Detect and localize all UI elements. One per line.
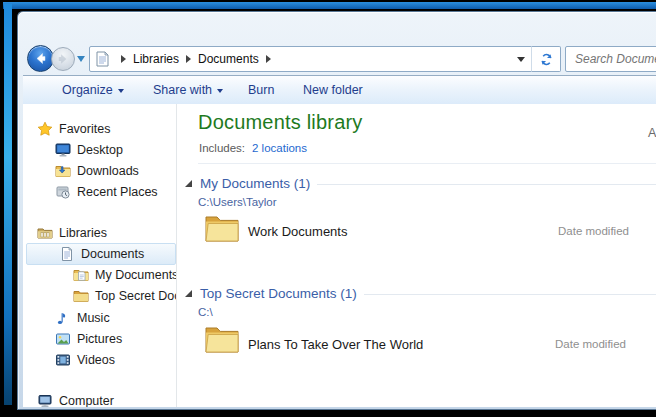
sidebar-item-label: Favorites xyxy=(59,122,110,136)
share-with-button[interactable]: Share with xyxy=(153,76,223,104)
recent-places-icon xyxy=(55,184,73,200)
folder-icon[interactable] xyxy=(204,323,240,358)
libraries-icon xyxy=(37,225,55,241)
address-bar[interactable]: Libraries Documents xyxy=(89,46,533,72)
back-button[interactable] xyxy=(27,45,54,72)
documents-library-icon xyxy=(59,246,77,262)
group-header-line xyxy=(364,294,656,295)
breadcrumb-item-documents[interactable]: Documents xyxy=(198,52,259,66)
file-name[interactable]: Work Documents xyxy=(248,224,347,239)
library-includes: Includes:2 locations xyxy=(199,142,307,154)
desktop-icon xyxy=(55,142,73,158)
folder-icon xyxy=(73,288,91,304)
client-area: Organize Share with Burn New folder xyxy=(23,75,656,407)
chevron-down-icon xyxy=(118,89,124,93)
forward-button[interactable] xyxy=(51,47,75,71)
sidebar-item-pictures[interactable]: Pictures xyxy=(55,329,176,349)
music-icon xyxy=(55,310,73,326)
file-list-pane: Documents library Includes:2 locations A… xyxy=(177,104,656,407)
file-name[interactable]: Plans To Take Over The World xyxy=(248,337,423,352)
group-header-label[interactable]: Top Secret Documents (1) xyxy=(200,286,357,301)
forward-arrow-icon xyxy=(55,51,71,67)
address-dropdown-icon[interactable] xyxy=(517,57,525,62)
command-bar: Organize Share with Burn New folder xyxy=(23,76,656,105)
date-modified-label: Date modified xyxy=(555,338,626,350)
library-title: Documents library xyxy=(198,111,363,134)
chevron-down-icon xyxy=(217,89,223,93)
group-collapse-icon[interactable] xyxy=(184,289,193,298)
new-folder-button[interactable]: New folder xyxy=(303,76,363,104)
header-separator xyxy=(198,163,656,164)
sidebar-item-label: Downloads xyxy=(77,164,139,178)
share-with-label: Share with xyxy=(153,83,212,97)
group-header-line xyxy=(317,184,656,185)
organize-button[interactable]: Organize xyxy=(62,76,124,104)
group-header-my-documents[interactable]: My Documents (1) xyxy=(184,176,656,191)
organize-label: Organize xyxy=(62,83,113,97)
group-header-top-secret-documents[interactable]: Top Secret Documents (1) xyxy=(184,286,656,301)
refresh-icon xyxy=(539,52,554,67)
sidebar-item-libraries[interactable]: Libraries xyxy=(37,223,176,243)
computer-icon xyxy=(37,393,55,407)
includes-label: Includes: xyxy=(199,142,245,154)
sidebar-item-label: Computer xyxy=(59,394,114,407)
back-arrow-icon xyxy=(32,50,49,67)
star-icon xyxy=(37,121,55,137)
location-document-icon xyxy=(95,51,110,67)
desktop-edge-top xyxy=(3,2,656,9)
sidebar-item-label: Recent Places xyxy=(77,185,158,199)
sidebar-item-label: Videos xyxy=(77,353,115,367)
sidebar-item-label: Documents xyxy=(81,247,144,261)
folder-documents-icon xyxy=(73,267,91,283)
date-modified-label: Date modified xyxy=(558,225,629,237)
group-path: C:\Users\Taylor xyxy=(198,196,277,208)
downloads-icon xyxy=(55,163,73,179)
sidebar-item-computer[interactable]: Computer xyxy=(37,391,176,407)
search-box[interactable] xyxy=(565,46,656,72)
group-header-label[interactable]: My Documents (1) xyxy=(200,176,310,191)
sidebar-item-label: Top Secret Documents xyxy=(95,289,176,303)
arrange-by-label[interactable]: A xyxy=(648,126,656,140)
group-path: C:\ xyxy=(198,306,213,318)
breadcrumb-item-libraries[interactable]: Libraries xyxy=(133,52,179,66)
sidebar-item-label: Music xyxy=(77,311,110,325)
refresh-button[interactable] xyxy=(531,46,561,72)
group-collapse-icon[interactable] xyxy=(184,179,193,188)
breadcrumb-arrow-icon[interactable] xyxy=(266,55,271,63)
folder-icon[interactable] xyxy=(204,212,240,247)
sidebar-item-desktop[interactable]: Desktop xyxy=(55,140,176,160)
sidebar-item-music[interactable]: Music xyxy=(55,308,176,328)
sidebar-item-documents[interactable]: Documents xyxy=(26,243,176,265)
locations-link[interactable]: 2 locations xyxy=(252,142,307,154)
sidebar-item-downloads[interactable]: Downloads xyxy=(55,161,176,181)
burn-button[interactable]: Burn xyxy=(248,76,274,104)
explorer-window: Libraries Documents Organize xyxy=(17,11,656,410)
desktop-edge-left xyxy=(4,4,12,405)
breadcrumb-arrow-icon[interactable] xyxy=(186,55,191,63)
sidebar-item-top-secret-documents[interactable]: Top Secret Documents xyxy=(73,286,176,306)
sidebar-item-recent-places[interactable]: Recent Places xyxy=(55,182,176,202)
sidebar-item-label: Libraries xyxy=(59,226,107,240)
navigation-pane: Favorites Desktop Downloads Recent Place… xyxy=(23,104,176,407)
burn-label: Burn xyxy=(248,83,274,97)
screenshot-root: Libraries Documents Organize xyxy=(0,0,656,417)
history-dropdown-icon[interactable] xyxy=(77,56,85,62)
sidebar-item-favorites[interactable]: Favorites xyxy=(37,119,176,139)
breadcrumb-arrow-icon[interactable] xyxy=(121,55,126,63)
videos-icon xyxy=(55,352,73,368)
pictures-icon xyxy=(55,331,73,347)
sidebar-item-videos[interactable]: Videos xyxy=(55,350,176,370)
sidebar-item-label: Desktop xyxy=(77,143,123,157)
search-input[interactable] xyxy=(573,51,656,67)
sidebar-item-label: Pictures xyxy=(77,332,122,346)
new-folder-label: New folder xyxy=(303,83,363,97)
sidebar-item-my-documents[interactable]: My Documents xyxy=(73,265,176,285)
sidebar-item-label: My Documents xyxy=(95,268,176,282)
